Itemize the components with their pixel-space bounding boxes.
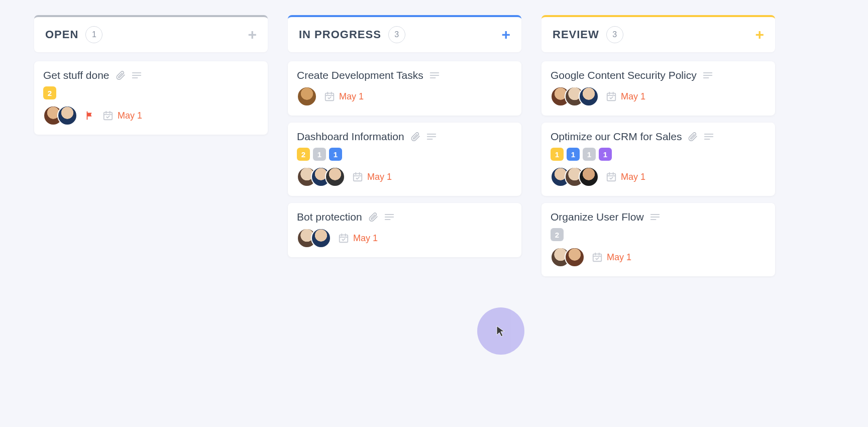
subtask-pill[interactable]: 2 bbox=[297, 148, 310, 161]
attachment-icon bbox=[116, 70, 126, 80]
svg-rect-17 bbox=[354, 174, 362, 181]
calendar-icon bbox=[606, 91, 617, 102]
due-date[interactable]: May 1 bbox=[606, 171, 645, 182]
due-date-text: May 1 bbox=[339, 91, 364, 102]
subtask-pill[interactable]: 1 bbox=[313, 148, 326, 161]
card-title-row: Get stuff done bbox=[43, 69, 259, 81]
subtask-pill[interactable]: 2 bbox=[551, 228, 564, 241]
card-meta-row: May 1 bbox=[297, 167, 512, 187]
subtask-pill[interactable]: 2 bbox=[43, 86, 56, 99]
cards-list: Get stuff done2May 1 bbox=[34, 61, 268, 135]
column-open: OPEN1+Get stuff done2May 1 bbox=[34, 15, 268, 276]
card-meta-row: May 1 bbox=[551, 167, 766, 187]
due-date-text: May 1 bbox=[621, 172, 645, 182]
due-date[interactable]: May 1 bbox=[606, 91, 645, 102]
avatar[interactable] bbox=[579, 86, 599, 106]
card-title-row: Optimize our CRM for Sales bbox=[551, 131, 766, 143]
avatar[interactable] bbox=[57, 105, 77, 126]
avatar[interactable] bbox=[297, 86, 317, 106]
subtask-pill[interactable]: 1 bbox=[567, 148, 580, 161]
avatar-group[interactable] bbox=[551, 167, 599, 187]
task-card[interactable]: Organize User Flow2May 1 bbox=[541, 203, 775, 276]
column-header[interactable]: REVIEW3+ bbox=[541, 15, 775, 52]
column-title: REVIEW bbox=[553, 28, 599, 41]
add-card-button[interactable]: + bbox=[248, 27, 257, 42]
svg-rect-38 bbox=[607, 174, 616, 181]
task-card[interactable]: Dashboard Information211May 1 bbox=[288, 123, 521, 196]
calendar-icon bbox=[102, 110, 114, 121]
avatar-group[interactable] bbox=[297, 167, 345, 187]
description-icon bbox=[429, 71, 440, 79]
avatar-group[interactable] bbox=[297, 228, 331, 248]
column-count-badge: 1 bbox=[85, 26, 102, 43]
svg-rect-31 bbox=[607, 93, 616, 101]
card-meta-row: May 1 bbox=[297, 86, 512, 106]
column-header[interactable]: OPEN1+ bbox=[34, 15, 268, 52]
avatar-group[interactable] bbox=[297, 86, 317, 106]
avatar[interactable] bbox=[565, 247, 585, 267]
subtask-pill[interactable]: 1 bbox=[329, 148, 342, 161]
subtask-pill[interactable]: 1 bbox=[583, 148, 596, 161]
avatar-group[interactable] bbox=[551, 247, 585, 267]
due-date[interactable]: May 1 bbox=[592, 252, 631, 263]
task-card[interactable]: Get stuff done2May 1 bbox=[34, 61, 268, 135]
card-meta-row: May 1 bbox=[551, 247, 766, 267]
pill-row: 211 bbox=[297, 148, 512, 161]
card-title-row: Bot protection bbox=[297, 211, 512, 223]
card-title: Dashboard Information bbox=[297, 131, 404, 143]
pill-row: 1111 bbox=[551, 148, 766, 161]
cards-list: Create Development TasksMay 1Dashboard I… bbox=[288, 61, 521, 257]
task-card[interactable]: Bot protectionMay 1 bbox=[288, 203, 521, 257]
column-title: IN PROGRESS bbox=[299, 28, 381, 41]
description-icon bbox=[426, 133, 437, 141]
svg-rect-24 bbox=[340, 235, 348, 243]
due-date-text: May 1 bbox=[353, 233, 378, 244]
svg-rect-45 bbox=[593, 254, 602, 262]
priority-flag-icon[interactable] bbox=[84, 110, 95, 121]
card-meta-row: May 1 bbox=[297, 228, 512, 248]
task-card[interactable]: Optimize our CRM for Sales1111May 1 bbox=[541, 123, 775, 196]
card-title-row: Organize User Flow bbox=[551, 211, 766, 223]
avatar[interactable] bbox=[579, 167, 599, 187]
attachment-icon bbox=[688, 132, 698, 142]
kanban-board: OPEN1+Get stuff done2May 1IN PROGRESS3+C… bbox=[0, 0, 868, 291]
add-card-button[interactable]: + bbox=[755, 27, 764, 42]
avatar[interactable] bbox=[311, 228, 331, 248]
add-card-button[interactable]: + bbox=[501, 27, 510, 42]
subtask-pill[interactable]: 1 bbox=[599, 148, 612, 161]
avatar-group[interactable] bbox=[551, 86, 599, 106]
calendar-icon bbox=[324, 91, 335, 102]
description-icon bbox=[384, 213, 394, 221]
due-date[interactable]: May 1 bbox=[324, 91, 364, 102]
due-date-text: May 1 bbox=[607, 252, 631, 263]
description-icon bbox=[650, 213, 660, 221]
description-icon bbox=[132, 71, 142, 79]
attachment-icon bbox=[368, 212, 378, 222]
cursor-icon bbox=[495, 325, 507, 337]
column-header[interactable]: IN PROGRESS3+ bbox=[288, 15, 521, 52]
avatar[interactable] bbox=[325, 167, 345, 187]
calendar-icon bbox=[338, 233, 349, 244]
description-icon bbox=[703, 71, 713, 79]
pill-row: 2 bbox=[551, 228, 766, 241]
avatar-group[interactable] bbox=[43, 105, 77, 126]
subtask-pill[interactable]: 1 bbox=[551, 148, 564, 161]
calendar-icon bbox=[592, 252, 603, 263]
column-review: REVIEW3+Google Content Security PolicyMa… bbox=[541, 15, 775, 276]
card-title-row: Dashboard Information bbox=[297, 131, 512, 143]
card-title: Optimize our CRM for Sales bbox=[551, 131, 682, 143]
due-date[interactable]: May 1 bbox=[352, 171, 392, 182]
calendar-icon bbox=[352, 171, 363, 182]
due-date[interactable]: May 1 bbox=[338, 233, 378, 244]
task-card[interactable]: Create Development TasksMay 1 bbox=[288, 61, 521, 116]
card-title: Create Development Tasks bbox=[297, 69, 423, 81]
column-count-badge: 3 bbox=[388, 26, 405, 43]
column-count-badge: 3 bbox=[606, 26, 623, 43]
due-date[interactable]: May 1 bbox=[102, 110, 142, 121]
card-meta-row: May 1 bbox=[43, 105, 259, 126]
card-meta-row: May 1 bbox=[551, 86, 766, 106]
due-date-text: May 1 bbox=[621, 91, 645, 102]
card-title: Organize User Flow bbox=[551, 211, 644, 223]
task-card[interactable]: Google Content Security PolicyMay 1 bbox=[541, 61, 775, 116]
column-in_progress: IN PROGRESS3+Create Development TasksMay… bbox=[288, 15, 521, 276]
